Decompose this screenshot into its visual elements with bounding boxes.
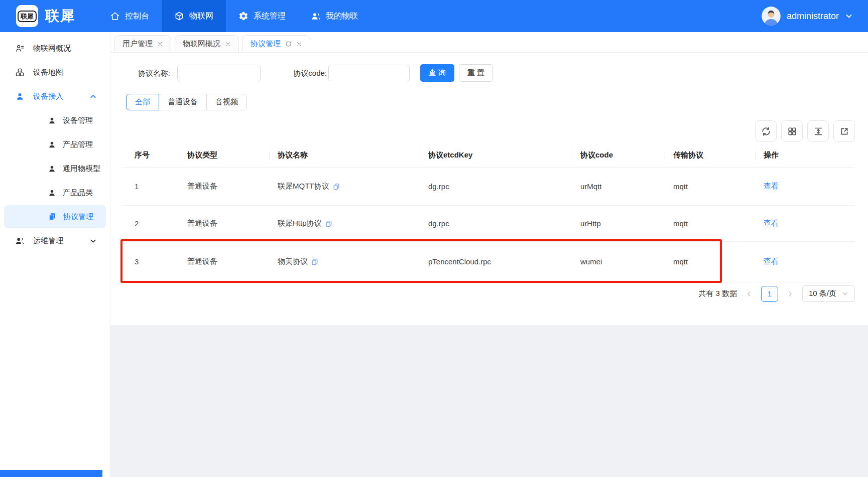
protocol-name-label: 协议名称: (123, 64, 170, 82)
cell-index: 1 (121, 167, 179, 205)
refresh-icon[interactable] (755, 120, 777, 142)
nav-item-label: 物联网 (189, 11, 213, 22)
protocol-code-input[interactable] (328, 65, 410, 81)
chevron-up-icon (89, 93, 97, 100)
pagination: 共有 3 数据 1 10 条/页 (698, 285, 855, 302)
cell-action: 查看 (756, 167, 855, 205)
protocol-name: 联犀Http协议 (278, 219, 322, 227)
protocol-name: 物美协议 (278, 257, 308, 265)
col-header-index: 序号 (121, 144, 179, 167)
copy-icon[interactable] (311, 258, 318, 265)
type-tab-audio-video[interactable]: 音视频 (206, 94, 247, 110)
tab-protocol-management[interactable]: 协议管理 (242, 35, 310, 52)
app-logo: 联犀 (16, 5, 38, 27)
cell-action: 查看 (756, 241, 855, 282)
protocol-name-input[interactable] (177, 65, 261, 81)
chevron-down-icon (845, 12, 853, 20)
main-area: 用户管理 物联网概况 协议管理 协议名称: 协议code: 查 询 (110, 32, 868, 477)
type-tab-all[interactable]: 全部 (126, 94, 159, 110)
col-header-action: 操作 (756, 144, 855, 167)
view-link[interactable]: 查看 (764, 219, 779, 227)
person-icon (48, 189, 56, 197)
export-icon[interactable] (833, 120, 855, 142)
cube-icon (174, 11, 184, 21)
nav-item-system[interactable]: 系统管理 (226, 0, 298, 32)
sidebar-item-label: 产品管理 (63, 140, 93, 149)
sidebar-item-protocol-management[interactable]: 协议管理 (4, 205, 106, 228)
gear-icon (238, 11, 249, 21)
user-list-icon (15, 44, 25, 53)
cell-code: wumei (572, 241, 665, 282)
sidebar-item-device-map[interactable]: 设备地图 (0, 60, 110, 84)
cell-type: 普通设备 (179, 241, 270, 282)
cell-index: 2 (121, 205, 179, 241)
cell-name: 物美协议 (270, 241, 420, 282)
close-icon[interactable] (296, 41, 302, 47)
top-navbar: 联犀 联犀 控制台 物联网 系统管理 我的物联 administrator (0, 0, 868, 32)
person-icon (48, 140, 56, 149)
chevron-right-icon[interactable] (787, 290, 794, 297)
sidebar-item-iot-overview[interactable]: 物联网概况 (0, 36, 110, 60)
cell-type: 普通设备 (179, 205, 270, 241)
search-button[interactable]: 查 询 (420, 64, 454, 82)
type-tab-normal-device[interactable]: 普通设备 (159, 94, 207, 110)
refresh-icon[interactable] (285, 41, 292, 47)
cell-etcdkey: dg.rpc (420, 205, 572, 241)
chevron-down-icon (842, 290, 848, 297)
user-menu[interactable]: administrator (762, 7, 853, 26)
cell-transport: mqtt (665, 205, 756, 241)
sidebar-item-general-model[interactable]: 通用物模型 (0, 156, 110, 181)
tab-iot-overview[interactable]: 物联网概况 (175, 35, 239, 52)
chevron-left-icon[interactable] (746, 290, 753, 297)
sidebar-item-device-access[interactable]: 设备接入 (0, 84, 110, 108)
sidebar-item-label: 物联网概况 (33, 44, 71, 53)
pagination-total: 共有 3 数据 (698, 289, 737, 298)
col-header-code: 协议code (572, 144, 665, 167)
cell-etcdkey: dg.rpc (420, 167, 572, 205)
tab-user-management[interactable]: 用户管理 (114, 35, 171, 52)
nav-item-console[interactable]: 控制台 (97, 0, 162, 32)
table-row-highlighted: 3 普通设备 物美协议 pTencentCloud.rpc wumei mqtt… (121, 241, 855, 282)
sidebar-item-product-management[interactable]: 产品管理 (0, 132, 110, 156)
cell-transport: mqtt (665, 241, 756, 282)
sidebar-item-label: 设备管理 (63, 116, 93, 125)
cell-code: urMqtt (572, 167, 665, 205)
table-header-row: 序号 协议类型 协议名称 协议etcdKey 协议code 传输协议 操作 (121, 144, 855, 167)
sidebar-item-device-management[interactable]: 设备管理 (0, 108, 110, 132)
sidebar-item-ops-management[interactable]: 运维管理 (0, 229, 110, 253)
nav-item-iot[interactable]: 物联网 (162, 0, 226, 32)
view-link[interactable]: 查看 (764, 257, 779, 265)
sidebar-footer-strip (0, 470, 102, 477)
cell-name: 联犀Http协议 (270, 205, 420, 241)
row-height-icon[interactable] (807, 120, 829, 142)
pages-icon (48, 212, 57, 221)
reset-button[interactable]: 重 置 (459, 64, 493, 82)
close-icon[interactable] (225, 41, 231, 47)
sidebar-item-product-category[interactable]: 产品品类 (0, 181, 110, 205)
close-icon[interactable] (157, 41, 163, 47)
home-icon (110, 11, 120, 21)
grid-view-icon[interactable] (781, 120, 803, 142)
view-link[interactable]: 查看 (764, 182, 779, 190)
cell-name: 联犀MQTT协议 (270, 167, 420, 205)
cell-action: 查看 (756, 205, 855, 241)
brand-title: 联犀 (45, 7, 75, 26)
col-header-type: 协议类型 (179, 144, 270, 167)
nav-item-my-iot[interactable]: 我的物联 (298, 0, 370, 32)
copy-icon[interactable] (325, 220, 332, 227)
avatar (762, 7, 781, 26)
copy-icon[interactable] (333, 183, 340, 190)
col-header-name: 协议名称 (270, 144, 420, 167)
person-icon (48, 165, 56, 173)
sidebar-item-label: 通用物模型 (63, 164, 100, 174)
cell-type: 普通设备 (179, 167, 270, 205)
chevron-down-icon (89, 237, 97, 245)
page-size-select[interactable]: 10 条/页 (802, 285, 855, 302)
protocol-table: 序号 协议类型 协议名称 协议etcdKey 协议code 传输协议 操作 1 … (121, 144, 855, 282)
col-header-etcdkey: 协议etcdKey (420, 144, 572, 167)
sidebar-item-label: 设备接入 (33, 92, 63, 101)
protocol-code-label: 协议code: (277, 64, 327, 82)
page-number-button[interactable]: 1 (761, 286, 778, 302)
sidebar: 物联网概况 设备地图 设备接入 设备管理 (0, 32, 110, 477)
sidebar-item-label: 协议管理 (63, 212, 93, 222)
